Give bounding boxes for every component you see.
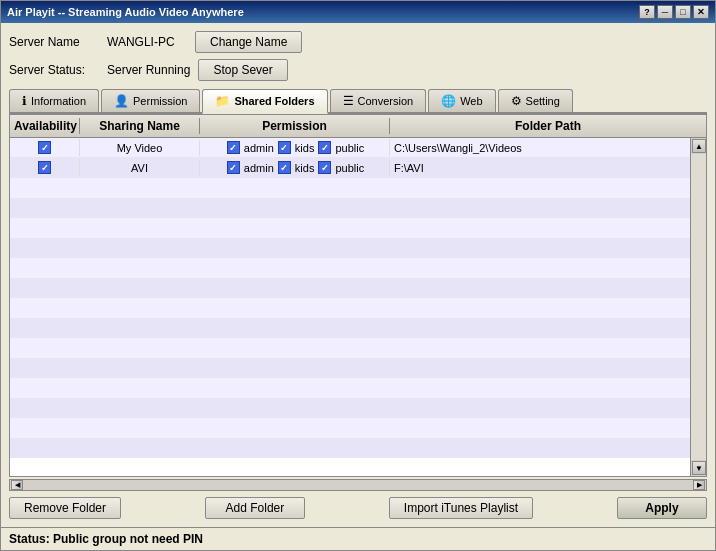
remove-folder-button[interactable]: Remove Folder: [9, 497, 121, 519]
scroll-left-button[interactable]: ◀: [11, 480, 23, 490]
row1-admin-item: admin: [225, 141, 274, 154]
status-text: Status: Public group not need PIN: [9, 532, 203, 546]
server-status-row: Server Status: Server Running Stop Sever: [9, 59, 707, 81]
help-button[interactable]: ?: [639, 5, 655, 19]
window-title: Air Playit -- Streaming Audio Video Anyw…: [7, 6, 244, 18]
scroll-track[interactable]: [691, 154, 706, 460]
row2-admin-checkbox[interactable]: [227, 161, 240, 174]
row2-perm-cell: admin kids public: [225, 161, 364, 174]
bottom-bar: Remove Folder Add Folder Import iTunes P…: [9, 491, 707, 519]
server-info: Server Name WANGLI-PC Change Name Server…: [9, 31, 707, 81]
row2-kids-checkbox[interactable]: [278, 161, 291, 174]
setting-icon: ⚙: [511, 94, 522, 108]
row2-public-item: public: [316, 161, 364, 174]
row2-available-checkbox[interactable]: [38, 161, 51, 174]
status-bar: Status: Public group not need PIN: [1, 527, 715, 550]
row2-public-checkbox[interactable]: [318, 161, 331, 174]
tab-web[interactable]: 🌐 Web: [428, 89, 495, 112]
server-name-label: Server Name: [9, 35, 99, 49]
apply-button[interactable]: Apply: [617, 497, 707, 519]
table-scroll-wrapper: My Video admin kids: [10, 138, 706, 476]
scroll-down-button[interactable]: ▼: [692, 461, 706, 475]
conversion-icon: ☰: [343, 94, 354, 108]
row2-kids-item: kids: [276, 161, 315, 174]
title-bar-buttons: ? ─ □ ✕: [639, 5, 709, 19]
row1-perm-cell: admin kids public: [225, 141, 364, 154]
change-name-button[interactable]: Change Name: [195, 31, 302, 53]
server-name-row: Server Name WANGLI-PC Change Name: [9, 31, 707, 53]
row1-admin-checkbox[interactable]: [227, 141, 240, 154]
minimize-button[interactable]: ─: [657, 5, 673, 19]
col-header-permission: Permission: [200, 118, 390, 134]
row2-sharing-name: AVI: [80, 160, 200, 176]
scroll-right-button[interactable]: ▶: [693, 480, 705, 490]
row2-permission: admin kids public: [200, 159, 390, 176]
row2-availability: [10, 159, 80, 176]
server-status-label: Server Status:: [9, 63, 99, 77]
row1-kids-item: kids: [276, 141, 315, 154]
col-header-sharing: Sharing Name: [80, 118, 200, 134]
vertical-scrollbar[interactable]: ▲ ▼: [690, 138, 706, 476]
row1-folder-path: C:\Users\Wangli_2\Videos: [390, 140, 690, 156]
row1-sharing-name: My Video: [80, 140, 200, 156]
folder-icon: 📁: [215, 94, 230, 108]
server-status-value: Server Running: [107, 63, 190, 77]
maximize-button[interactable]: □: [675, 5, 691, 19]
main-window: Air Playit -- Streaming Audio Video Anyw…: [0, 0, 716, 551]
web-icon: 🌐: [441, 94, 456, 108]
row1-available-checkbox[interactable]: [38, 141, 51, 154]
content-area: Server Name WANGLI-PC Change Name Server…: [1, 23, 715, 527]
row1-kids-checkbox[interactable]: [278, 141, 291, 154]
tab-information[interactable]: ℹ Information: [9, 89, 99, 112]
row2-folder-path: F:\AVI: [390, 160, 690, 176]
col-header-availability: Availability: [10, 118, 80, 134]
shared-folders-table: Availability Sharing Name Permission Fol…: [9, 114, 707, 477]
import-itunes-button[interactable]: Import iTunes Playlist: [389, 497, 533, 519]
tab-bar: ℹ Information 👤 Permission 📁 Shared Fold…: [9, 89, 707, 114]
row1-availability: [10, 139, 80, 156]
close-button[interactable]: ✕: [693, 5, 709, 19]
empty-rows: [10, 178, 690, 458]
row1-public-item: public: [316, 141, 364, 154]
tab-conversion[interactable]: ☰ Conversion: [330, 89, 427, 112]
server-name-value: WANGLI-PC: [107, 35, 187, 49]
table-header: Availability Sharing Name Permission Fol…: [10, 115, 706, 138]
permission-icon: 👤: [114, 94, 129, 108]
add-folder-button[interactable]: Add Folder: [205, 497, 305, 519]
tab-setting[interactable]: ⚙ Setting: [498, 89, 573, 112]
table-body: My Video admin kids: [10, 138, 690, 476]
row1-public-checkbox[interactable]: [318, 141, 331, 154]
row2-admin-item: admin: [225, 161, 274, 174]
scroll-up-button[interactable]: ▲: [692, 139, 706, 153]
tab-shared-folders[interactable]: 📁 Shared Folders: [202, 89, 327, 114]
stop-server-button[interactable]: Stop Sever: [198, 59, 287, 81]
table-row: My Video admin kids: [10, 138, 690, 158]
table-inner: My Video admin kids: [10, 138, 690, 476]
horizontal-scrollbar[interactable]: ◀ ▶: [9, 479, 707, 491]
tab-permission[interactable]: 👤 Permission: [101, 89, 200, 112]
title-bar: Air Playit -- Streaming Audio Video Anyw…: [1, 1, 715, 23]
table-row: AVI admin kids: [10, 158, 690, 178]
info-icon: ℹ: [22, 94, 27, 108]
col-header-folder: Folder Path: [390, 118, 706, 134]
row1-permission: admin kids public: [200, 139, 390, 156]
